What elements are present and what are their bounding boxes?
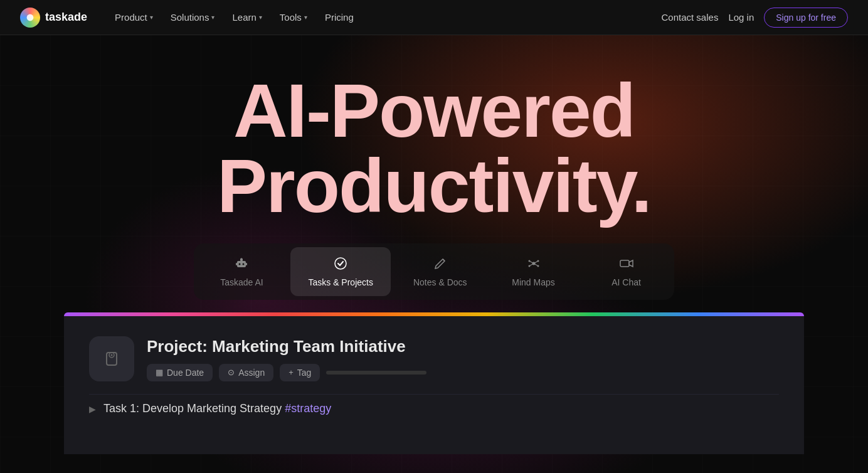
tab-taskade-ai[interactable]: Taskade AI [198, 247, 285, 296]
tab-ai-chat[interactable]: AI Chat [583, 247, 670, 296]
project-title: Project: Marketing Team Initiative [147, 337, 779, 356]
chevron-down-icon: ▾ [150, 14, 153, 21]
contact-sales-link[interactable]: Contact sales [662, 12, 719, 23]
chevron-down-icon: ▾ [259, 14, 262, 21]
svg-rect-7 [246, 263, 247, 265]
svg-rect-18 [620, 260, 629, 267]
hero-content: AI-Powered Productivity. Taskade [0, 35, 868, 454]
svg-rect-1 [237, 261, 246, 267]
task-text: Task 1: Develop Marketing Strategy #stra… [103, 402, 331, 415]
hero-section: AI-Powered Productivity. Taskade [0, 35, 868, 473]
logo[interactable]: taskade [20, 8, 87, 28]
project-icon [89, 336, 134, 381]
project-meta: ▦ Due Date ⊙ Assign + Tag [147, 364, 779, 381]
plus-icon: + [288, 368, 294, 377]
signup-button[interactable]: Sign up for free [764, 8, 848, 28]
tab-mind-maps[interactable]: Mind Maps [490, 247, 578, 296]
svg-point-8 [335, 258, 346, 269]
feature-tabs: Taskade AI Tasks & Projects [194, 243, 674, 300]
checkmark-icon [333, 256, 348, 274]
tab-tasks-projects[interactable]: Tasks & Projects [290, 247, 390, 296]
hero-title: AI-Powered Productivity. [217, 73, 651, 223]
nav-product[interactable]: Product ▾ [107, 8, 161, 26]
project-header: Project: Marketing Team Initiative ▦ Due… [89, 336, 779, 381]
task-hashtag: #strategy [285, 402, 331, 415]
meta-divider [326, 371, 426, 375]
svg-point-0 [27, 14, 34, 21]
mind-map-icon [526, 256, 541, 274]
svg-point-22 [111, 354, 113, 356]
nav-learn[interactable]: Learn ▾ [225, 8, 269, 26]
nav-right: Contact sales Log in Sign up for free [662, 8, 849, 28]
svg-point-2 [239, 263, 241, 265]
project-info: Project: Marketing Team Initiative ▦ Due… [147, 337, 779, 381]
nav-pricing[interactable]: Pricing [317, 8, 361, 26]
pencil-icon [433, 256, 448, 274]
assign-tag[interactable]: ⊙ Assign [219, 364, 273, 381]
robot-icon [234, 256, 249, 274]
app-preview-inner: Project: Marketing Team Initiative ▦ Due… [64, 316, 804, 454]
tag-tag[interactable]: + Tag [280, 364, 320, 381]
svg-rect-6 [236, 263, 237, 265]
task-row: ▶ Task 1: Develop Marketing Strategy #st… [89, 394, 779, 423]
nav-solutions[interactable]: Solutions ▾ [163, 8, 223, 26]
navbar: taskade Product ▾ Solutions ▾ Learn ▾ To… [0, 0, 868, 35]
calendar-icon: ▦ [156, 368, 163, 377]
app-preview: Project: Marketing Team Initiative ▦ Due… [64, 312, 804, 454]
due-date-tag[interactable]: ▦ Due Date [147, 364, 213, 381]
svg-rect-5 [241, 258, 242, 259]
svg-marker-19 [629, 260, 633, 267]
chevron-down-icon: ▾ [304, 14, 307, 21]
arrow-icon: ▶ [89, 404, 96, 414]
nav-tools[interactable]: Tools ▾ [272, 8, 315, 26]
tab-notes-docs[interactable]: Notes & Docs [396, 247, 485, 296]
person-icon: ⊙ [228, 368, 235, 377]
login-link[interactable]: Log in [728, 12, 754, 23]
logo-text: taskade [45, 11, 87, 24]
nav-links: Product ▾ Solutions ▾ Learn ▾ Tools ▾ Pr… [107, 8, 661, 26]
logo-icon [20, 8, 40, 28]
chevron-down-icon: ▾ [211, 14, 214, 21]
svg-point-3 [243, 263, 245, 265]
video-icon [619, 256, 634, 274]
